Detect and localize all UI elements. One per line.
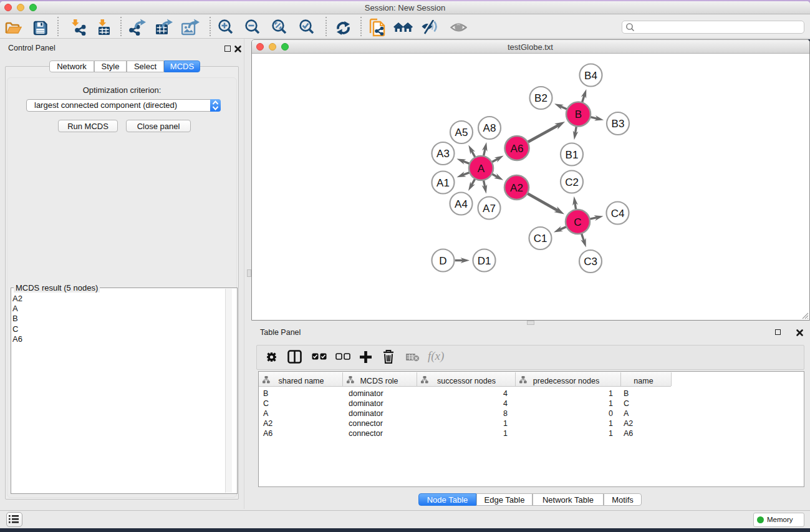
svg-text:A4: A4 [455, 198, 468, 210]
svg-text:B3: B3 [612, 118, 625, 130]
svg-text:A5: A5 [455, 127, 468, 138]
svg-text:A: A [478, 163, 485, 175]
svg-text:C: C [574, 216, 581, 228]
svg-text:C3: C3 [584, 256, 597, 268]
svg-text:A7: A7 [483, 203, 496, 215]
svg-text:A2: A2 [510, 182, 523, 194]
svg-text:A3: A3 [436, 148, 450, 160]
svg-text:B: B [575, 109, 582, 120]
svg-text:A1: A1 [436, 177, 450, 189]
svg-text:B4: B4 [584, 70, 597, 82]
svg-text:D: D [439, 255, 446, 267]
svg-text:C4: C4 [611, 208, 625, 220]
svg-text:A8: A8 [483, 122, 496, 134]
svg-text:A6: A6 [511, 143, 524, 155]
svg-text:C2: C2 [565, 177, 579, 188]
svg-text:C1: C1 [534, 233, 547, 244]
svg-text:B2: B2 [534, 92, 547, 104]
svg-text:B1: B1 [566, 149, 579, 161]
svg-text:D1: D1 [478, 255, 491, 267]
